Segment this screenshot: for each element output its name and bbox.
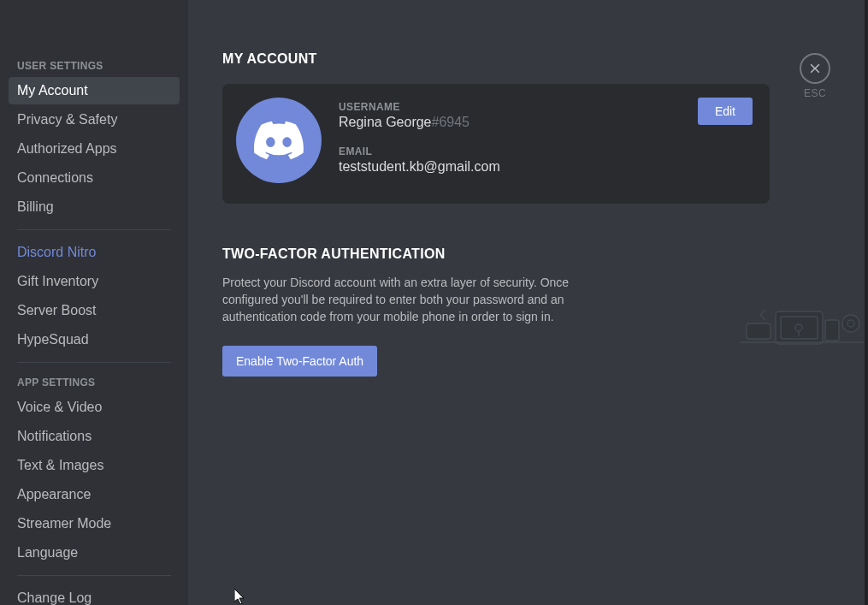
sidebar-item-billing[interactable]: Billing bbox=[9, 193, 180, 221]
svg-rect-6 bbox=[747, 323, 771, 339]
page-title: MY ACCOUNT bbox=[222, 51, 830, 67]
two-factor-section: TWO-FACTOR AUTHENTICATION Protect your D… bbox=[222, 246, 770, 377]
username-text: Regina George bbox=[339, 115, 432, 129]
close-icon bbox=[808, 62, 822, 75]
enable-two-factor-button[interactable]: Enable Two-Factor Auth bbox=[222, 346, 377, 377]
sidebar-item-notifications[interactable]: Notifications bbox=[9, 423, 180, 450]
sidebar-divider-2 bbox=[17, 362, 171, 363]
email-label: EMAIL bbox=[339, 145, 756, 157]
sidebar-item-discord-nitro[interactable]: Discord Nitro bbox=[9, 239, 180, 266]
sidebar-item-language[interactable]: Language bbox=[9, 539, 180, 566]
account-fields: USERNAME Regina George#6945 EMAIL testst… bbox=[339, 98, 756, 190]
discriminator-text: #6945 bbox=[432, 115, 470, 129]
sidebar-item-connections[interactable]: Connections bbox=[9, 164, 180, 192]
edit-button[interactable]: Edit bbox=[698, 98, 753, 125]
sidebar-divider-3 bbox=[17, 575, 171, 576]
close-area: ESC bbox=[800, 53, 830, 99]
sidebar-item-streamer-mode[interactable]: Streamer Mode bbox=[9, 510, 180, 537]
security-illustration-icon bbox=[740, 300, 864, 347]
sidebar-item-authorized-apps[interactable]: Authorized Apps bbox=[9, 135, 180, 163]
email-value: teststudent.kb@gmail.com bbox=[339, 159, 756, 175]
sidebar-divider-1 bbox=[17, 229, 171, 230]
svg-point-4 bbox=[842, 315, 859, 332]
sidebar-item-privacy-safety[interactable]: Privacy & Safety bbox=[9, 106, 180, 133]
username-label: USERNAME bbox=[339, 101, 756, 113]
discord-logo-icon bbox=[254, 116, 304, 165]
sidebar-item-change-log[interactable]: Change Log bbox=[9, 584, 180, 605]
two-factor-description: Protect your Discord account with an ext… bbox=[222, 274, 616, 325]
close-label: ESC bbox=[800, 87, 830, 99]
close-button[interactable] bbox=[800, 53, 830, 84]
svg-rect-3 bbox=[825, 320, 839, 341]
settings-sidebar: USER SETTINGS My Account Privacy & Safet… bbox=[0, 0, 188, 605]
content-area: MY ACCOUNT USERNAME Regina George#6945 E… bbox=[188, 0, 868, 605]
user-settings-heading: USER SETTINGS bbox=[9, 55, 180, 77]
sidebar-item-server-boost[interactable]: Server Boost bbox=[9, 297, 180, 324]
app-settings-heading: APP SETTINGS bbox=[9, 371, 180, 394]
sidebar-item-text-images[interactable]: Text & Images bbox=[9, 452, 180, 479]
sidebar-item-my-account[interactable]: My Account bbox=[9, 77, 180, 104]
two-factor-title: TWO-FACTOR AUTHENTICATION bbox=[222, 246, 770, 262]
username-value: Regina George#6945 bbox=[339, 115, 756, 130]
sidebar-item-hypesquad[interactable]: HypeSquad bbox=[9, 326, 180, 353]
sidebar-item-appearance[interactable]: Appearance bbox=[9, 481, 180, 508]
sidebar-item-gift-inventory[interactable]: Gift Inventory bbox=[9, 268, 180, 295]
avatar bbox=[236, 98, 322, 183]
sidebar-item-voice-video[interactable]: Voice & Video bbox=[9, 394, 180, 421]
account-card: USERNAME Regina George#6945 EMAIL testst… bbox=[222, 84, 770, 204]
